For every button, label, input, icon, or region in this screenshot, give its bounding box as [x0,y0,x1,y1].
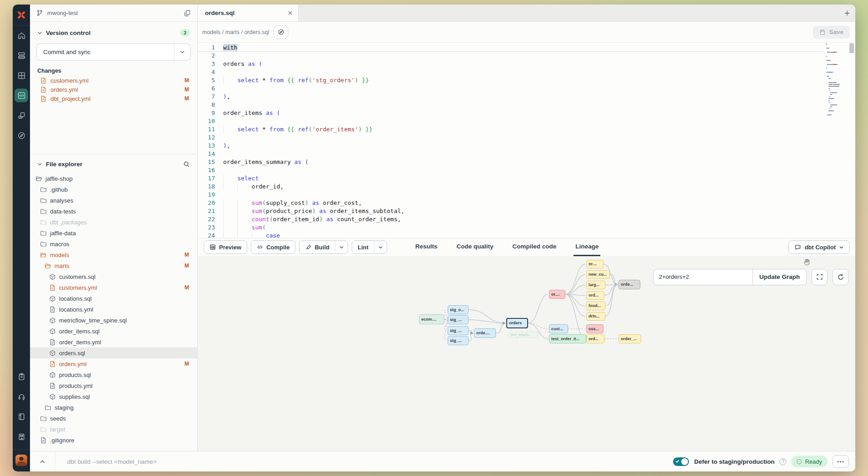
dbt-copilot-button[interactable]: dbt Copilot [788,240,850,254]
update-graph-button[interactable]: Update Graph [753,269,806,285]
modified-badge: M [185,263,189,269]
preview-button[interactable]: Preview [204,240,247,254]
lineage-node-ordestg[interactable]: orde.... [474,328,496,338]
chevron-up-icon[interactable] [30,451,55,471]
file-tree-item[interactable]: data-tests [30,206,197,217]
file-tree-item[interactable]: analyses [30,195,197,206]
chevron-down-icon[interactable] [37,30,42,35]
file-tree-item[interactable]: seeds [30,413,197,424]
file-tree-item[interactable]: jaffle-data [30,228,197,238]
tab-code-quality[interactable]: Code quality [455,238,495,256]
compass-icon[interactable] [274,25,288,39]
orchestration-icon[interactable] [15,109,28,122]
explore-icon[interactable] [15,129,28,142]
notes-icon[interactable] [15,370,28,383]
file-tree-item[interactable]: orders.sql [30,347,197,358]
file-tree-item[interactable]: locations.sql [30,293,197,304]
ide-icon[interactable] [15,89,28,102]
file-tree-item[interactable]: modelsM [30,249,197,260]
info-icon[interactable]: ? [779,458,786,465]
modified-badge: M [185,95,189,102]
file-tree-item[interactable]: target [30,424,197,435]
lineage-node-stg3[interactable]: stg_... [448,326,469,335]
folder-icon [40,186,47,193]
file-tree-item[interactable]: metricflow_time_spine.sql [30,315,197,326]
home-icon[interactable] [15,29,28,42]
lineage-node-orpink[interactable]: or.... [549,290,565,299]
lineage-node-y2[interactable]: new_cu... [586,270,610,279]
search-icon[interactable] [183,161,190,168]
lineage-node-y3[interactable]: larg... [586,281,605,289]
changed-file-row[interactable]: dbt_project.yml M [30,94,197,103]
file-tree-item[interactable]: .gitignore [30,435,197,446]
lineage-node-y1[interactable]: or.... [586,260,604,268]
lineage-node-cuspink[interactable]: cus... [586,324,604,333]
compile-button[interactable]: Compile [251,240,295,254]
copy-icon[interactable] [184,10,191,17]
close-icon[interactable] [288,10,293,15]
tab-lineage[interactable]: Lineage [574,238,600,256]
defer-toggle[interactable] [673,457,689,466]
lint-dropdown-chevron[interactable] [374,241,387,253]
file-tree-item[interactable]: locations.yml [30,304,197,315]
chevron-down-icon[interactable] [174,44,190,60]
lineage-node-ordegray[interactable]: orde... [619,280,640,289]
file-tree-item[interactable]: order_items.yml [30,337,197,347]
file-tree-item[interactable]: jaffle-shop [30,173,197,184]
grid-icon[interactable] [15,69,28,82]
file-tree-item[interactable]: orders.ymlM [30,358,197,369]
file-tree-item[interactable]: martsM [30,260,197,271]
file-tree-item[interactable]: macros [30,238,197,249]
lint-button[interactable]: Lint [352,240,387,254]
lineage-node-ordy[interactable]: ord... [586,334,604,343]
lineage-selector-input[interactable]: 2+orders+2 [653,269,753,285]
lineage-node-y5[interactable]: food... [586,302,605,310]
changed-file-row[interactable]: customers.yml M [30,76,197,85]
code-line: 8 [198,101,823,109]
new-tab-button[interactable] [839,5,855,21]
scrollbar-thumb[interactable] [849,43,854,53]
docs-icon[interactable] [15,410,28,423]
chevron-down-icon[interactable] [37,162,42,167]
file-tree-item[interactable]: products.yml [30,380,197,391]
build-button[interactable]: Build [299,240,348,254]
dbt-logo[interactable] [13,5,30,25]
more-icon[interactable]: ... [833,455,849,468]
command-input[interactable]: dbt build --select <model_name> [55,458,673,465]
commit-and-sync-button[interactable]: Commit and sync [36,44,191,60]
file-tree-item[interactable]: supplies.sql [30,391,197,402]
lineage-node-stg1[interactable]: stg_o... [448,305,469,314]
lineage-node-cust[interactable]: cust... [549,324,568,333]
refresh-icon[interactable] [833,269,848,285]
lineage-panel[interactable]: ecom....stg_o...stg_...stg_...stg_...ord… [198,256,855,451]
lineage-node-ecom[interactable]: ecom.... [419,314,444,324]
build-dropdown-chevron[interactable] [335,241,348,253]
lineage-node-y4[interactable]: ord... [586,291,604,300]
tab-compiled-code[interactable]: Compiled code [511,238,559,256]
lineage-node-stg2[interactable]: stg_... [448,315,469,324]
save-button[interactable]: Save [813,26,850,39]
doc-icon [49,382,56,389]
file-tree-item[interactable]: customers.ymlM [30,282,197,293]
lineage-node-stg4[interactable]: stg_... [448,336,469,345]
fullscreen-icon[interactable] [812,269,828,285]
lineage-node-y6[interactable]: drin... [586,312,605,321]
file-tree-item[interactable]: .github [30,184,197,195]
storefront-icon[interactable] [15,430,28,443]
file-tree-item[interactable]: products.sql [30,369,197,380]
stack-icon[interactable] [15,49,28,62]
lineage-node-orders[interactable]: orders [506,318,528,328]
lineage-node-testorder[interactable]: test_order_it... [549,334,586,343]
file-tree-item[interactable]: customers.sql [30,271,197,282]
changed-file-row[interactable]: orders.yml M [30,85,197,94]
modified-badge: M [185,77,189,84]
lineage-node-ordery2[interactable]: order_... [619,334,641,343]
user-avatar[interactable] [15,454,27,466]
code-editor[interactable]: 1with23orders as (45 select * from {{ re… [198,43,855,238]
support-icon[interactable] [15,390,28,403]
file-tree-item[interactable]: order_items.sql [30,326,197,337]
file-tree-item[interactable]: staging [30,402,197,413]
tab-results[interactable]: Results [414,238,439,256]
file-tree-item[interactable]: dbt_packages [30,217,197,228]
tab-orders-sql[interactable]: orders.sql [198,5,299,21]
